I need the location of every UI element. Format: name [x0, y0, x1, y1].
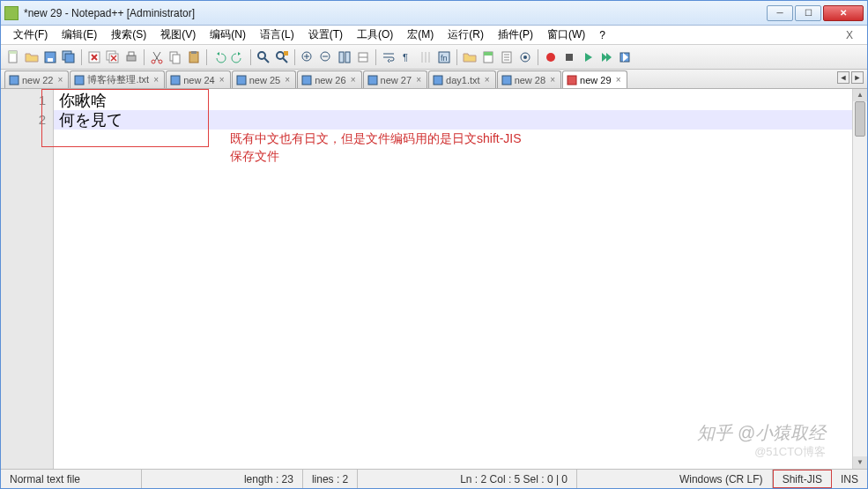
save-all-icon[interactable] [60, 48, 78, 66]
menu-edit[interactable]: 编辑(E) [55, 26, 104, 44]
saved-file-icon [170, 75, 181, 85]
menu-search[interactable]: 搜索(S) [104, 26, 153, 44]
svg-rect-29 [484, 52, 493, 56]
status-encoding[interactable]: Shift-JIS [773, 470, 832, 488]
find-icon[interactable] [255, 48, 272, 66]
show-all-chars-icon[interactable]: ¶ [398, 48, 416, 66]
tab-close-icon[interactable]: × [483, 76, 492, 85]
menu-help[interactable]: ? [592, 27, 612, 43]
code-line[interactable]: 你瞅啥 [54, 91, 852, 110]
svg-point-17 [258, 52, 265, 59]
tab-close-icon[interactable]: × [614, 76, 623, 85]
svg-rect-3 [48, 58, 53, 62]
svg-point-33 [546, 53, 555, 62]
save-icon[interactable] [41, 48, 59, 66]
tab-1[interactable]: 博客待整理.txt× [70, 70, 165, 88]
saved-file-icon [74, 75, 85, 85]
folder-icon[interactable] [461, 48, 479, 66]
close-all-icon[interactable] [104, 48, 122, 66]
scroll-down-icon[interactable]: ▼ [853, 456, 867, 469]
play-macro-icon[interactable] [579, 48, 597, 66]
redo-icon[interactable] [229, 48, 247, 66]
tab-close-icon[interactable]: × [548, 76, 557, 85]
record-macro-icon[interactable] [542, 48, 560, 66]
undo-icon[interactable] [211, 48, 228, 66]
stop-macro-icon[interactable] [560, 48, 578, 66]
menu-run[interactable]: 运行(R) [441, 26, 491, 44]
menu-encoding[interactable]: 编码(N) [203, 26, 253, 44]
tab-prev-icon[interactable]: ◄ [837, 71, 849, 84]
svg-rect-19 [284, 51, 288, 56]
tab-close-icon[interactable]: × [349, 76, 358, 85]
status-eol[interactable]: Windows (CR LF) [671, 470, 773, 488]
monitor-icon[interactable] [516, 48, 534, 66]
menu-tools[interactable]: 工具(O) [350, 26, 400, 44]
tab-0[interactable]: new 22× [4, 70, 69, 88]
tab-next-icon[interactable]: ► [851, 71, 864, 84]
func-list-icon[interactable] [498, 48, 516, 66]
tab-6[interactable]: day1.txt× [428, 70, 496, 88]
menu-language[interactable]: 语言(L) [253, 26, 301, 44]
paste-icon[interactable] [185, 48, 203, 66]
copy-icon[interactable] [167, 48, 184, 66]
svg-rect-36 [10, 76, 19, 85]
line-number: 1 [1, 91, 46, 110]
lang-icon[interactable]: fn [435, 48, 453, 66]
svg-rect-44 [568, 76, 576, 85]
maximize-button[interactable]: ☐ [795, 5, 821, 21]
tab-close-icon[interactable]: × [152, 76, 160, 85]
titlebar[interactable]: *new 29 - Notepad++ [Administrator] ─ ☐ … [1, 1, 867, 26]
tab-5[interactable]: new 27× [363, 70, 427, 88]
close-file-icon[interactable] [85, 48, 103, 66]
menu-window[interactable]: 窗口(W) [540, 26, 592, 44]
tab-4[interactable]: new 26× [297, 70, 361, 88]
text-content[interactable]: 你瞅啥 何を見て 既有中文也有日文，但是文件编码用的是日文shift-JIS 保… [54, 89, 852, 469]
new-file-icon[interactable] [4, 48, 22, 66]
menu-file[interactable]: 文件(F) [6, 26, 55, 44]
scroll-up-icon[interactable]: ▲ [853, 89, 867, 101]
svg-rect-22 [339, 52, 344, 63]
svg-rect-38 [171, 76, 180, 85]
tab-close-icon[interactable]: × [283, 76, 292, 85]
minimize-button[interactable]: ─ [767, 5, 793, 21]
play-multi-icon[interactable] [597, 48, 615, 66]
code-line-current[interactable]: 何を見て [54, 110, 852, 130]
tab-close-icon[interactable]: × [218, 76, 226, 85]
status-lines: lines : 2 [303, 470, 358, 488]
indent-guide-icon[interactable] [417, 48, 434, 66]
zoom-out-icon[interactable] [317, 48, 335, 66]
tab-7[interactable]: new 28× [497, 70, 561, 88]
save-macro-icon[interactable] [616, 48, 634, 66]
tab-close-icon[interactable]: × [414, 76, 423, 85]
svg-rect-37 [75, 76, 84, 85]
sync-v-icon[interactable] [336, 48, 353, 66]
scroll-thumb[interactable] [855, 101, 865, 137]
menu-macro[interactable]: 宏(M) [400, 26, 441, 44]
menu-settings[interactable]: 设置(T) [301, 26, 350, 44]
doc-map-icon[interactable] [479, 48, 497, 66]
status-mode[interactable]: INS [832, 470, 867, 488]
tab-close-icon[interactable]: × [56, 76, 64, 85]
menu-view[interactable]: 视图(V) [153, 26, 203, 44]
svg-rect-10 [129, 52, 134, 56]
menu-x-icon[interactable]: X [839, 27, 860, 43]
tab-3[interactable]: new 25× [232, 70, 296, 88]
zoom-in-icon[interactable] [299, 48, 316, 66]
tab-nav: ◄ ► [837, 71, 864, 84]
close-button[interactable]: ✕ [823, 5, 864, 21]
replace-icon[interactable] [273, 48, 291, 66]
print-icon[interactable] [122, 48, 140, 66]
tab-2[interactable]: new 24× [166, 70, 230, 88]
vertical-scrollbar[interactable]: ▲ ▼ [852, 89, 867, 469]
open-file-icon[interactable] [23, 48, 41, 66]
saved-file-icon [367, 75, 378, 85]
toolbar: ¶ fn [1, 45, 867, 70]
wordwrap-icon[interactable] [380, 48, 397, 66]
sync-h-icon[interactable] [354, 48, 372, 66]
cut-icon[interactable] [148, 48, 166, 66]
unsaved-file-icon [567, 75, 577, 85]
svg-text:¶: ¶ [403, 52, 408, 63]
menubar: 文件(F) 编辑(E) 搜索(S) 视图(V) 编码(N) 语言(L) 设置(T… [1, 26, 867, 45]
menu-plugins[interactable]: 插件(P) [491, 26, 540, 44]
tab-8[interactable]: new 29× [562, 70, 627, 88]
